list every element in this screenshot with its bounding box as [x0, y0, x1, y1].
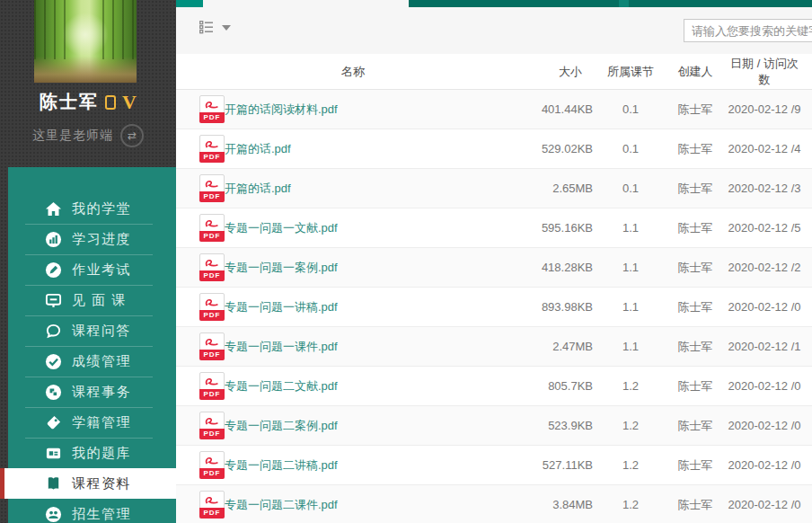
sidebar-item-label: 学籍管理 [72, 414, 131, 431]
pdf-label: PDF [199, 310, 225, 321]
profile-sub-row: 这里是老师端 ⇄ [0, 124, 176, 147]
file-creator: 陈士军 [663, 339, 728, 355]
pdf-label: PDF [199, 429, 225, 439]
pdf-label: PDF [199, 112, 225, 123]
list-view-icon [199, 21, 216, 34]
switch-role-icon[interactable]: ⇄ [120, 124, 144, 147]
file-name-link[interactable]: 专题一问题一课件.pdf [225, 340, 338, 353]
sidebar-item-exam[interactable]: 作业考试 [8, 254, 176, 285]
sidebar: 陈士军 V 这里是老师端 ⇄ 我的学堂 学习进度 作业考试 见 面 课 课程问答… [0, 0, 176, 523]
pdf-label: PDF [199, 468, 225, 479]
sidebar-item-qa[interactable]: 课程问答 [8, 315, 176, 346]
sidebar-item-label: 我的学堂 [72, 200, 131, 217]
pdf-label: PDF [199, 191, 225, 202]
pdf-label: PDF [199, 152, 225, 163]
sidebar-item-progress[interactable]: 学习进度 [8, 224, 176, 254]
sidebar-item-roster[interactable]: 学籍管理 [8, 407, 176, 438]
file-chapter: 1.1 [598, 340, 663, 353]
grades-icon [45, 353, 62, 370]
file-name-link[interactable]: 开篇的话.pdf [225, 182, 291, 195]
file-creator: 陈士军 [663, 141, 728, 157]
file-date-visits: 2020-02-12 /0 [728, 300, 812, 314]
file-date-visits: 2020-02-12 /3 [728, 182, 812, 195]
file-name-link[interactable]: 专题一问题二文献.pdf [225, 379, 338, 393]
pdf-label: PDF [199, 389, 225, 400]
exam-icon [45, 262, 62, 279]
pdf-file-icon: PDF [199, 332, 225, 360]
file-creator: 陈士军 [663, 220, 728, 236]
home-icon [45, 200, 62, 217]
file-chapter: 1.1 [598, 221, 663, 235]
file-chapter: 1.2 [598, 498, 663, 511]
sidebar-menu: 我的学堂 学习进度 作业考试 见 面 课 课程问答 成绩管理 课程事务 学籍管理… [8, 167, 176, 523]
table-row: PDF 专题一问题一课件.pdf 2.47MB 1.1 陈士军 2020-02-… [176, 327, 812, 367]
pdf-file-icon: PDF [199, 214, 225, 242]
file-size: 527.11KB [508, 458, 598, 472]
table-body: PDF 开篇的话阅读材料.pdf 401.44KB 0.1 陈士军 2020-0… [176, 90, 812, 523]
tab-stub-right [629, 0, 812, 7]
sidebar-item-affairs[interactable]: 课程事务 [8, 377, 176, 407]
file-date-visits: 2020-02-12 /2 [728, 261, 812, 274]
tab-stub-left [176, 0, 203, 7]
list-view-toggle-button[interactable] [199, 21, 231, 34]
profile-panel: 陈士军 V 这里是老师端 ⇄ [0, 0, 176, 167]
file-date-visits: 2020-02-12 /1 [728, 340, 812, 353]
sidebar-item-materials[interactable]: 课程资料 [0, 468, 176, 499]
affairs-icon [45, 384, 62, 401]
file-chapter: 0.1 [598, 102, 663, 116]
file-name-link[interactable]: 开篇的话阅读材料.pdf [225, 102, 338, 116]
progress-icon [45, 231, 62, 248]
header-name: 名称 [225, 64, 508, 80]
file-date-visits: 2020-02-12 /9 [728, 102, 812, 116]
pdf-file-icon: PDF [199, 451, 225, 479]
sidebar-item-questionbank[interactable]: 我的题库 [8, 438, 176, 468]
sidebar-item-meeting[interactable]: 见 面 课 [8, 285, 176, 315]
profile-subtitle: 这里是老师端 [32, 128, 113, 144]
file-name-link[interactable]: 专题一问题一文献.pdf [225, 221, 338, 235]
table-row: PDF 专题一问题一讲稿.pdf 893.98KB 1.1 陈士军 2020-0… [176, 288, 812, 327]
file-creator: 陈士军 [663, 378, 728, 394]
file-name-link[interactable]: 专题一问题一讲稿.pdf [225, 300, 338, 314]
sidebar-item-label: 招生管理 [72, 506, 131, 523]
table-row: PDF 专题一问题二课件.pdf 3.84MB 1.2 陈士军 2020-02-… [176, 485, 812, 523]
roster-icon [45, 414, 62, 431]
header-creator: 创建人 [663, 64, 728, 80]
table-row: PDF 专题一问题二文献.pdf 805.7KB 1.2 陈士军 2020-02… [176, 367, 812, 406]
pdf-file-icon: PDF [199, 253, 225, 281]
table-row: PDF 开篇的话阅读材料.pdf 401.44KB 0.1 陈士军 2020-0… [176, 90, 812, 129]
sidebar-item-label: 课程事务 [72, 384, 131, 401]
file-size: 523.9KB [508, 419, 598, 432]
file-size: 418.28KB [508, 261, 598, 274]
sidebar-item-enrollment[interactable]: 招生管理 [8, 499, 176, 523]
pdf-file-icon: PDF [199, 135, 225, 163]
file-size: 529.02KB [508, 142, 598, 155]
sidebar-item-home[interactable]: 我的学堂 [8, 193, 176, 224]
sidebar-item-label: 作业考试 [72, 262, 131, 279]
sidebar-menu-wrap: 我的学堂 学习进度 作业考试 见 面 课 课程问答 成绩管理 课程事务 学籍管理… [0, 167, 176, 523]
pdf-file-icon: PDF [199, 372, 225, 400]
file-creator: 陈士军 [663, 457, 728, 474]
file-size: 3.84MB [508, 498, 598, 511]
main-content: 名称 大小 所属课节 创建人 日期 / 访问次数 PDF 开篇的话阅读材料.pd… [176, 0, 812, 523]
file-chapter: 1.1 [598, 300, 663, 314]
file-date-visits: 2020-02-12 /0 [728, 379, 812, 393]
meeting-icon [45, 292, 62, 309]
file-chapter: 1.1 [598, 261, 663, 274]
files-table: 名称 大小 所属课节 创建人 日期 / 访问次数 PDF 开篇的话阅读材料.pd… [176, 54, 812, 523]
table-row: PDF 专题一问题二案例.pdf 523.9KB 1.2 陈士军 2020-02… [176, 406, 812, 446]
file-name-link[interactable]: 开篇的话.pdf [225, 142, 291, 155]
file-name-link[interactable]: 专题一问题一案例.pdf [225, 261, 338, 274]
pdf-file-icon: PDF [199, 174, 225, 202]
pdf-label: PDF [199, 231, 225, 242]
file-creator: 陈士军 [663, 497, 728, 513]
file-name-link[interactable]: 专题一问题二案例.pdf [225, 419, 338, 432]
file-name-link[interactable]: 专题一问题二课件.pdf [225, 498, 338, 511]
file-size: 805.7KB [508, 379, 598, 393]
pdf-label: PDF [199, 508, 225, 519]
file-name-link[interactable]: 专题一问题二讲稿.pdf [225, 458, 338, 472]
file-date-visits: 2020-02-12 /0 [728, 498, 812, 511]
sidebar-item-grades[interactable]: 成绩管理 [8, 346, 176, 377]
search-input[interactable] [684, 19, 812, 42]
tab-stub-middle [409, 0, 619, 7]
pdf-label: PDF [199, 350, 225, 360]
